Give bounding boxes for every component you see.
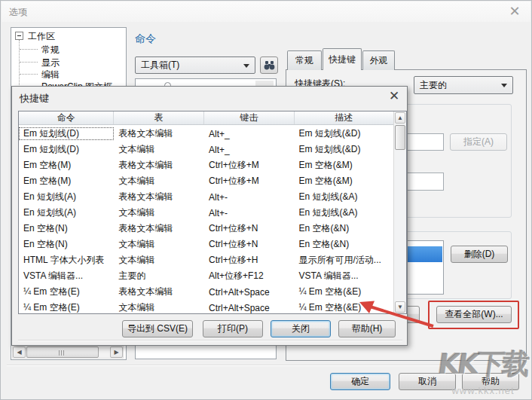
table-cell: 表格文本编辑 [114,127,204,140]
tab-appearance[interactable]: 外观 [362,50,395,70]
tree-item-general[interactable]: 常规 [41,44,60,56]
column-header-description[interactable]: 描述 [295,111,393,124]
table-cell: 文本编辑 [114,301,204,314]
table-cell: 表格文本编辑 [114,285,204,298]
close-icon[interactable]: ✕ [506,3,523,20]
table-cell: 表格文本编辑 [114,222,204,235]
table-cell: Em 空格(M) [19,159,114,172]
page-title: 命令 [135,32,156,46]
tree-hscrollbar[interactable]: ◀ ▶ [12,346,124,359]
assign-button[interactable]: 指定(A) [450,133,507,151]
cancel-button[interactable]: 取消 [399,373,456,390]
table-cell: Em 短划线(&D) [295,127,393,140]
annotation-arrow-icon [346,296,444,332]
chevron-down-icon [243,64,249,68]
table-row[interactable]: Em 短划线(D)表格文本编辑Alt+_Em 短划线(&D) [19,126,393,142]
footer-separator [7,365,527,366]
table-cell: 文本编辑 [114,175,204,188]
print-button[interactable]: 打印(P) [203,320,263,337]
table-cell: Alt+- [204,192,295,203]
table-row[interactable]: Em 空格(M)文本编辑Ctrl+位移+MEm 空格(&M) [19,173,393,189]
shortcut-table-body: Em 短划线(D)表格文本编辑Alt+_Em 短划线(&D)Em 短划线(D)文… [19,126,393,313]
column-header-keystroke[interactable]: 键击 [204,111,295,124]
shortcut-table-dropdown-value: 主要的 [420,79,447,92]
binoculars-icon [264,60,275,71]
close-icon[interactable]: ✕ [386,88,402,105]
dialog-separator [18,340,402,341]
tree-item-display[interactable]: 显示 [41,56,60,69]
tree-item-edit[interactable]: 编辑 [41,69,60,81]
export-csv-button[interactable]: 导出到 CSV(E) [122,320,193,337]
table-row[interactable]: ¼ Em 空格(E)文本编辑Ctrl+Alt+Space¼ Em 空格(&E) [19,300,393,314]
toolbox-dropdown[interactable]: 工具箱(T) [135,56,255,74]
chevron-down-icon [501,84,507,87]
table-cell: En 短划线(&A) [295,191,393,203]
table-cell: VSTA 编辑器... [19,270,114,282]
scroll-left-icon[interactable]: ◀ [13,347,26,358]
table-cell: Ctrl+Alt+Space [204,303,295,313]
tab-shortcut-keys[interactable]: 快捷键 [323,48,362,70]
scrollbar-thumb[interactable] [26,347,99,358]
table-row[interactable]: En 短划线(A)表格文本编辑Alt+-En 短划线(&A) [19,189,393,205]
table-row[interactable]: HTML 字体大小列表文本编辑Ctrl+位移+H显示所有可用/活动... [19,252,393,268]
options-window: 选项 ✕ 工作区 常规 显示 编辑 PowerClip 图文框 ◀ ▶ 命令 工… [0,0,532,400]
table-cell: En 空格(&N) [295,222,393,235]
tree-connector [20,74,38,75]
table-cell: Alt+- [204,208,295,218]
table-cell: 显示所有可用/活动... [295,254,393,267]
table-cell: Ctrl+Alt+Space [204,287,295,298]
table-cell: 表格文本编辑 [114,159,204,172]
table-row[interactable]: Em 短划线(D)文本编辑Alt+_Em 短划线(&D) [19,142,393,157]
table-cell: Ctrl+位移+H [204,254,295,267]
table-cell: ¼ Em 空格(E) [19,301,114,314]
table-cell: Ctrl+位移+M [204,175,295,188]
table-cell: Em 短划线(D) [19,143,114,156]
table-row[interactable]: En 空格(N)文本编辑Ctrl+位移+NEn 空格(&N) [19,237,393,252]
column-header-table[interactable]: 表 [114,111,204,124]
tree-connector [19,40,20,87]
table-row[interactable]: En 短划线(A)文本编辑Alt+-En 短划线(&A) [19,205,393,221]
table-cell: 文本编辑 [114,254,204,267]
table-cell: En 短划线(A) [19,206,114,219]
table-cell: HTML 字体大小列表 [19,254,114,267]
table-cell: Ctrl+位移+M [204,159,295,172]
scroll-right-icon[interactable]: ▶ [110,347,123,358]
table-cell: Ctrl+位移+N [204,222,295,235]
ok-button[interactable]: 确定 [330,373,390,390]
table-vscrollbar[interactable]: ▲ ▼ [393,111,406,313]
help-button[interactable]: 帮助 [462,373,519,390]
table-cell: En 短划线(A) [19,191,114,203]
window-title: 选项 [9,6,27,19]
shortcut-table: 命令 表 键击 描述 Em 短划线(D)表格文本编辑Alt+_Em 短划线(&D… [18,111,407,314]
table-cell: Em 短划线(&D) [295,143,393,156]
table-row[interactable]: Em 空格(M)表格文本编辑Ctrl+位移+MEm 空格(&M) [19,157,393,173]
table-cell: VSTA 编辑器... [295,270,393,282]
table-cell: Alt+_ [204,129,295,139]
tree-connector [20,62,38,63]
table-cell: 文本编辑 [114,206,204,219]
find-command-button[interactable] [260,56,278,74]
table-cell: En 空格(&N) [295,238,393,251]
table-cell: Ctrl+位移+N [204,238,295,251]
table-row[interactable]: ¼ Em 空格(E)表格文本编辑Ctrl+Alt+Space¼ Em 空格(&E… [19,284,393,300]
table-cell: En 短划线(&A) [295,206,393,219]
dialog-title: 快捷键 [20,92,49,105]
table-cell: 文本编辑 [114,143,204,156]
table-cell: En 空格(N) [19,222,114,235]
column-header-command[interactable]: 命令 [19,111,114,124]
tree-item-workspace[interactable]: 工作区 [28,30,55,43]
tab-general[interactable]: 常规 [287,50,322,70]
delete-button[interactable]: 删除(D) [451,246,508,263]
shortcut-table-dropdown[interactable]: 主要的 [414,76,513,94]
table-row[interactable]: VSTA 编辑器...主要的Alt+位移+F12VSTA 编辑器... [19,268,393,284]
table-cell: 表格文本编辑 [114,191,204,203]
table-cell: ¼ Em 空格(E) [19,285,114,298]
table-row[interactable]: En 空格(N)表格文本编辑Ctrl+位移+NEn 空格(&N) [19,221,393,237]
close-button[interactable]: 关闭 [271,320,331,337]
scroll-up-icon[interactable]: ▲ [395,112,405,124]
table-cell: 文本编辑 [114,238,204,251]
scrollbar-thumb[interactable] [395,125,405,150]
table-cell: Alt+位移+F12 [204,270,295,282]
titlebar: 选项 ✕ [2,2,530,22]
tree-collapse-icon[interactable] [15,32,23,40]
